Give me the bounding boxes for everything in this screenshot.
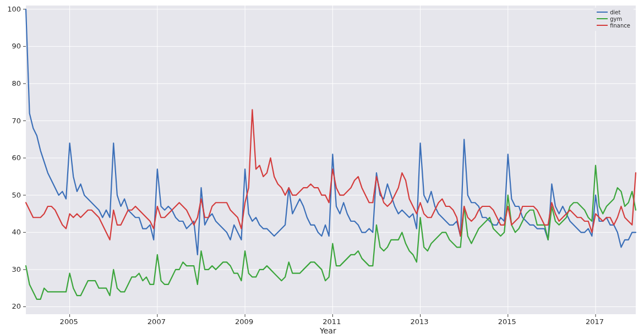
legend-swatch <box>597 25 608 26</box>
y-tick-label: 30 <box>7 265 21 273</box>
y-tick-label: 90 <box>7 42 21 50</box>
legend-item-finance: finance <box>597 22 630 29</box>
x-tick-label: 2013 <box>411 317 429 326</box>
legend-label: gym <box>610 16 622 22</box>
x-tick-label: 2015 <box>498 317 516 326</box>
series-diet <box>26 9 636 255</box>
gridlines <box>26 6 636 314</box>
x-tick-label: 2005 <box>60 317 78 326</box>
y-tick-label: 100 <box>7 5 21 13</box>
y-tick-label: 40 <box>7 228 21 236</box>
x-tick-label: 2009 <box>235 317 253 326</box>
plot-svg <box>26 6 636 314</box>
x-tick-label: 2007 <box>148 317 166 326</box>
y-tick-label: 20 <box>7 302 21 310</box>
legend-label: diet <box>610 9 620 15</box>
legend-item-diet: diet <box>597 9 630 15</box>
legend-swatch <box>597 12 608 13</box>
y-tick-label: 60 <box>7 154 21 162</box>
x-axis-label: Year <box>320 326 336 334</box>
y-tick-label: 50 <box>7 191 21 199</box>
y-tick-label: 80 <box>7 79 21 87</box>
series-finance <box>26 109 636 240</box>
figure: dietgymfinance Year 20304050607080901002… <box>0 0 644 334</box>
y-tick-label: 70 <box>7 117 21 125</box>
chart-axes: dietgymfinance <box>26 6 636 314</box>
x-tick-label: 2011 <box>323 317 341 326</box>
legend-swatch <box>597 18 608 19</box>
legend: dietgymfinance <box>593 8 634 31</box>
x-tick-label: 2017 <box>586 317 604 326</box>
legend-item-gym: gym <box>597 15 630 22</box>
legend-label: finance <box>610 23 630 29</box>
